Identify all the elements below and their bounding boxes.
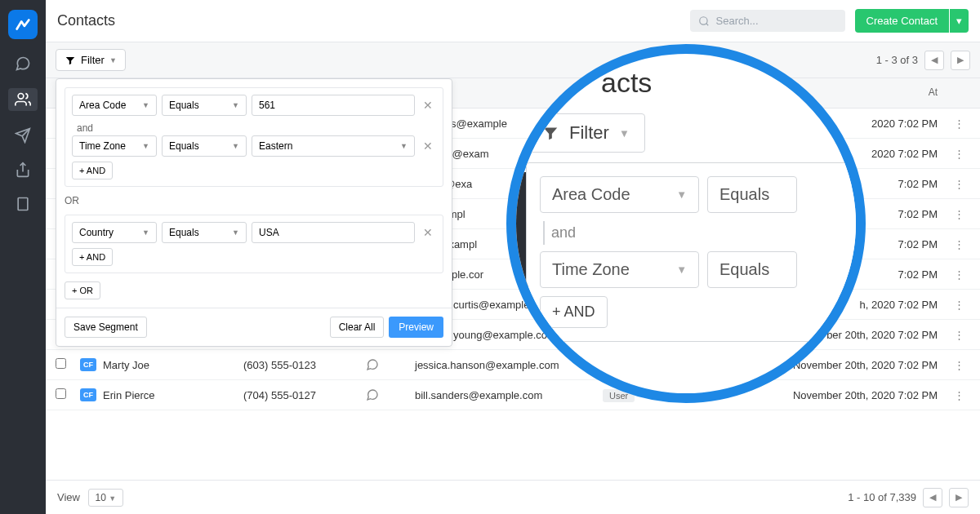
row-menu-button[interactable]: ⋮ — [954, 299, 970, 311]
next-page-button[interactable]: ▶ — [951, 51, 970, 70]
building-icon[interactable] — [13, 194, 33, 214]
filter-row: Time Zone▼ Equals▼ Eastern▼ ✕ — [72, 135, 436, 157]
create-contact-button[interactable]: Create Contact — [855, 9, 949, 33]
zoom-op-select: Equals — [707, 251, 797, 288]
row-checkbox[interactable] — [56, 358, 66, 369]
table-row: CFMarty Joe(603) 555-0123jessica.hanson@… — [46, 350, 980, 380]
save-segment-button[interactable]: Save Segment — [65, 317, 147, 338]
zoom-add-and-button: + AND — [540, 296, 608, 328]
row-menu-button[interactable]: ⋮ — [954, 359, 970, 371]
zoom-magnifier: acts Filter ▼ Area Code▼ Equals and Time… — [506, 44, 866, 403]
filter-op-select[interactable]: Equals▼ — [162, 95, 247, 116]
cf-badge: CF — [80, 388, 96, 401]
page-title: Contacts — [57, 12, 680, 29]
row-menu-button[interactable]: ⋮ — [954, 329, 970, 341]
remove-filter-button[interactable]: ✕ — [420, 140, 436, 153]
zoom-field-select: Area Code▼ — [540, 176, 699, 213]
top-pagination: 1 - 3 of 3 ◀ ▶ — [876, 51, 970, 70]
create-dropdown-button[interactable]: ▾ — [950, 9, 969, 33]
created-date: November 20th, 2020 7:02 PM — [717, 389, 954, 401]
sidebar — [0, 0, 46, 514]
row-menu-button[interactable]: ⋮ — [954, 178, 970, 190]
search-input[interactable]: Search... — [690, 10, 845, 32]
remove-filter-button[interactable]: ✕ — [420, 99, 436, 112]
preview-button[interactable]: Preview — [389, 317, 443, 338]
filter-icon — [541, 124, 559, 142]
share-icon[interactable] — [13, 160, 33, 179]
filter-field-select[interactable]: Country▼ — [72, 222, 157, 243]
next-page-button[interactable]: ▶ — [949, 488, 969, 507]
contacts-icon[interactable] — [8, 88, 38, 111]
topbar: Contacts Search... Create Contact ▾ — [46, 0, 980, 42]
contact-phone: (704) 555-0127 — [243, 389, 366, 401]
svg-line-8 — [706, 23, 708, 25]
chat-icon[interactable] — [13, 54, 33, 73]
filter-group: Country▼ Equals▼ ✕ + AND — [65, 215, 443, 273]
filter-op-select[interactable]: Equals▼ — [162, 222, 247, 243]
row-menu-button[interactable]: ⋮ — [954, 389, 970, 401]
filter-value-select[interactable]: Eastern▼ — [252, 135, 415, 157]
filter-group: Area Code▼ Equals▼ ✕ and Time Zone▼ Equa… — [65, 87, 443, 187]
zoom-filter-button: Filter ▼ — [526, 113, 645, 153]
filter-op-select[interactable]: Equals▼ — [162, 135, 247, 157]
svg-rect-2 — [18, 198, 28, 210]
filter-button[interactable]: Filter ▼ — [56, 49, 126, 71]
prev-page-button[interactable]: ◀ — [924, 51, 944, 70]
zoom-op-select: Equals — [707, 176, 797, 213]
filter-footer: Save Segment Clear All Preview — [56, 308, 452, 346]
add-or-button[interactable]: + OR — [65, 281, 100, 299]
row-menu-button[interactable]: ⋮ — [954, 117, 970, 130]
row-menu-button[interactable]: ⋮ — [954, 148, 970, 160]
filter-value-input[interactable] — [252, 222, 415, 243]
zoom-field-select: Time Zone▼ — [540, 251, 699, 288]
send-icon[interactable] — [13, 126, 33, 145]
chevron-down-icon: ▼ — [109, 56, 117, 64]
cf-badge: CF — [80, 358, 96, 371]
row-checkbox[interactable] — [56, 388, 66, 399]
row-menu-button[interactable]: ⋮ — [954, 268, 970, 281]
contact-name[interactable]: CFMarty Joe — [80, 358, 243, 371]
add-and-button[interactable]: + AND — [72, 162, 113, 179]
filter-value-input[interactable] — [252, 95, 415, 116]
bottom-bar: View 10 ▼ 1 - 10 of 7,339 ◀ ▶ — [46, 480, 980, 514]
add-and-button[interactable]: + AND — [72, 248, 113, 266]
svg-point-7 — [699, 16, 706, 24]
filter-row: Country▼ Equals▼ ✕ — [72, 222, 436, 243]
zoom-and-connector: and — [543, 221, 855, 245]
sms-icon[interactable] — [366, 388, 415, 401]
sms-icon[interactable] — [366, 358, 415, 371]
table-row: CFErin Pierce(704) 555-0127bill.sanders@… — [46, 380, 980, 410]
filter-field-select[interactable]: Time Zone▼ — [72, 135, 157, 157]
and-connector: and — [72, 121, 436, 135]
contact-phone: (603) 555-0123 — [243, 359, 366, 371]
filter-row: Area Code▼ Equals▼ ✕ — [72, 95, 436, 116]
contact-email: bill.sanders@example.com — [415, 389, 603, 401]
prev-page-button[interactable]: ◀ — [923, 488, 942, 507]
remove-filter-button[interactable]: ✕ — [420, 226, 436, 239]
filter-bar: Filter ▼ 1 - 3 of 3 ◀ ▶ — [46, 42, 980, 78]
app-logo[interactable] — [8, 10, 38, 39]
clear-all-button[interactable]: Clear All — [330, 317, 385, 338]
row-menu-button[interactable]: ⋮ — [954, 208, 970, 220]
contact-name[interactable]: CFErin Pierce — [80, 388, 243, 401]
or-connector: OR — [65, 195, 443, 206]
row-menu-button[interactable]: ⋮ — [954, 238, 970, 250]
filter-panel: Area Code▼ Equals▼ ✕ and Time Zone▼ Equa… — [56, 78, 452, 347]
bottom-pagination: 1 - 10 of 7,339 ◀ ▶ — [848, 488, 969, 507]
zoom-filter-panel: Area Code▼ Equals and Time Zone▼ Equals … — [526, 162, 866, 342]
filter-field-select[interactable]: Area Code▼ — [72, 95, 157, 116]
search-icon — [698, 16, 710, 27]
view-select[interactable]: 10 ▼ — [88, 489, 124, 507]
svg-point-0 — [18, 94, 24, 100]
filter-icon — [65, 55, 76, 66]
view-label: View — [57, 491, 80, 503]
